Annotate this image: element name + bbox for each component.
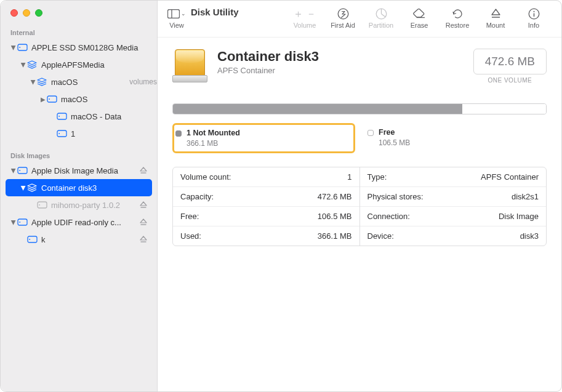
disclosure-chevron-icon[interactable]: ▶ (30, 79, 37, 85)
restore-button[interactable]: Restore (440, 7, 475, 29)
sidebar-item[interactable]: ▶Apple UDIF read-only c... (1, 214, 157, 231)
legend-title: Free (379, 128, 410, 137)
legend-row: 1 Not Mounted366.1 MBFree106.5 MB (172, 123, 547, 153)
sidebar-item[interactable]: ▶macOSvolumes (1, 73, 157, 90)
sidebar-item[interactable]: ▶AppleAPFSMedia (1, 56, 157, 73)
sidebar-item[interactable]: ▶mihomo-party 1.0.2 (1, 196, 157, 214)
svg-point-1 (19, 47, 20, 48)
properties-table: Volume count:1Capacity:472.6 MBFree:106.… (172, 167, 547, 246)
legend-value: 366.1 MB (187, 139, 240, 148)
property-key: Volume count: (180, 172, 231, 182)
first-aid-icon (337, 7, 349, 20)
property-row: Used:366.1 MB (173, 226, 359, 246)
property-key: Connection: (367, 212, 410, 221)
info-button[interactable]: Info (516, 7, 552, 29)
disclosure-chevron-icon[interactable]: ▶ (40, 96, 46, 103)
disclosure-chevron-icon[interactable]: ▶ (20, 62, 27, 68)
toolbar: ⌄ View Disk Utility ＋ － Volume First Aid… (158, 1, 561, 38)
info-label: Info (528, 22, 539, 29)
mount-button[interactable]: Mount (478, 7, 513, 29)
sidebar-item[interactable]: ▶Container disk3 (6, 179, 152, 196)
property-key: Physical stores: (367, 192, 424, 201)
svg-point-12 (39, 204, 40, 206)
svg-point-29 (533, 10, 534, 12)
partition-button[interactable]: Partition (363, 7, 399, 29)
app-title: Disk Utility (191, 7, 239, 17)
minimize-window-button[interactable] (23, 9, 30, 17)
stack-icon (36, 78, 47, 86)
mount-icon (491, 7, 501, 20)
erase-button[interactable]: Erase (401, 7, 437, 29)
view-label: View (169, 22, 184, 29)
disclosure-chevron-icon[interactable]: ▶ (10, 44, 17, 50)
usage-segment-used (173, 104, 462, 114)
window-traffic-lights (1, 7, 157, 25)
property-row: Device:disk3 (360, 226, 547, 246)
disk-size-caption: ONE VOLUME (488, 77, 532, 84)
svg-rect-0 (18, 44, 27, 50)
svg-rect-17 (28, 236, 37, 242)
legend-item: Free106.5 MB (365, 123, 547, 153)
sidebar-item-label: mihomo-party 1.0.2 (51, 201, 140, 210)
zoom-window-button[interactable] (35, 9, 42, 17)
disclosure-chevron-icon[interactable]: ▶ (20, 185, 27, 191)
sidebar-item-label: macOS - Data (71, 112, 157, 121)
property-row: Capacity:472.6 MB (173, 187, 359, 207)
erase-icon (413, 7, 425, 20)
chevron-down-icon: ⌄ (181, 10, 186, 17)
disk-subtitle: APFS Container (217, 66, 464, 75)
first-aid-label: First Aid (331, 22, 355, 29)
volume-label: Volume (294, 22, 316, 29)
property-row: Free:106.5 MB (173, 207, 359, 226)
sidebar-item[interactable]: ▶macOS (1, 90, 157, 108)
disclosure-chevron-icon[interactable]: ▶ (10, 219, 17, 225)
usage-bar (172, 103, 547, 114)
sidebar-item-suffix: volumes (129, 78, 157, 86)
stack-icon (26, 183, 38, 192)
sidebar-disk-images-list: ▶Apple Disk Image Media▶Container disk3▶… (1, 162, 157, 248)
view-menu-button[interactable]: ⌄ View (167, 7, 186, 29)
volume-button[interactable]: ＋ － Volume (287, 7, 323, 29)
property-value: 106.5 MB (318, 212, 352, 221)
close-window-button[interactable] (10, 9, 18, 17)
property-value: 472.6 MB (318, 192, 352, 201)
sidebar-item[interactable]: ▶k (1, 231, 157, 248)
legend-item: 1 Not Mounted366.1 MB (172, 123, 355, 153)
sidebar-item[interactable]: ▶Apple Disk Image Media (1, 162, 157, 179)
svg-rect-14 (18, 219, 27, 225)
disk-icon (17, 218, 28, 226)
disk-icon (17, 166, 28, 175)
eject-icon[interactable] (140, 218, 151, 226)
property-row: Volume count:1 (173, 167, 359, 187)
property-row: Physical stores:disk2s1 (360, 187, 547, 207)
sidebar-item[interactable]: ▶1 (1, 125, 157, 142)
disk-utility-window: Internal ▶APPLE SSD SM0128G Media▶AppleA… (0, 0, 562, 392)
svg-point-3 (49, 98, 50, 100)
eject-icon[interactable] (140, 236, 151, 243)
disk-icon (36, 201, 47, 209)
plus-icon: ＋ (293, 7, 303, 21)
sidebar-item[interactable]: ▶APPLE SSD SM0128G Media (1, 39, 157, 56)
property-row: Connection:Disk Image (360, 207, 547, 226)
sidebar-item-label: 1 (71, 129, 157, 138)
usage-segment-free (462, 104, 546, 114)
svg-line-25 (381, 14, 385, 17)
first-aid-button[interactable]: First Aid (325, 7, 361, 29)
disk-icon (26, 235, 38, 244)
sidebar-section-internal: Internal (1, 25, 157, 39)
sidebar-item[interactable]: ▶macOS - Data (1, 108, 157, 125)
sidebar-internal-list: ▶APPLE SSD SM0128G Media▶AppleAPFSMedia▶… (1, 39, 157, 142)
sidebar-item-label: Apple UDIF read-only c... (31, 218, 140, 227)
property-value: Disk Image (499, 212, 539, 221)
property-key: Free: (180, 212, 199, 221)
legend-title: 1 Not Mounted (187, 129, 240, 137)
svg-point-9 (19, 170, 20, 171)
property-value: disk2s1 (512, 192, 539, 201)
disk-icon (46, 95, 57, 103)
partition-label: Partition (369, 22, 393, 29)
disclosure-chevron-icon[interactable]: ▶ (10, 167, 17, 174)
eject-icon[interactable] (140, 167, 151, 174)
main-pane: ⌄ View Disk Utility ＋ － Volume First Aid… (158, 1, 561, 391)
eject-icon[interactable] (140, 201, 151, 209)
content-area: Container disk3 APFS Container 472.6 MB … (158, 38, 561, 391)
